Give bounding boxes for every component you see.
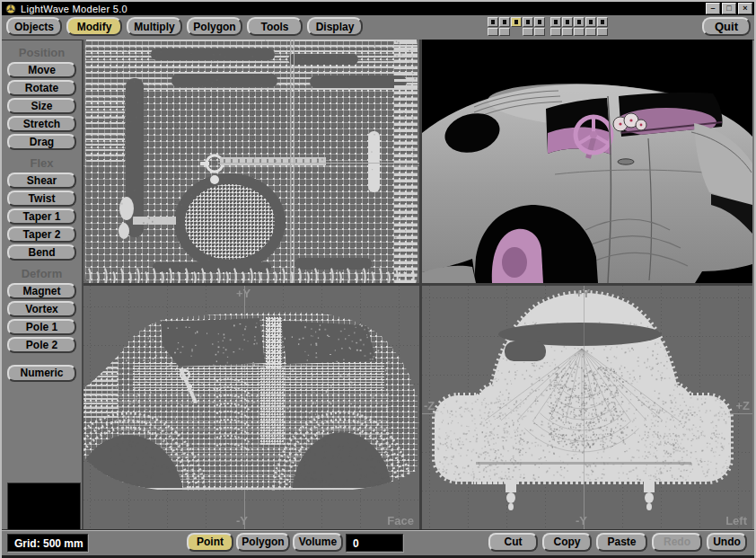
mode-button-polygon[interactable]: Polygon: [236, 533, 290, 552]
quit-button[interactable]: Quit: [702, 17, 751, 36]
app-window: LightWave Modeler 5.0 – □ × ObjectsModif…: [0, 0, 756, 558]
selection-count-field[interactable]: 0: [346, 534, 403, 552]
tool-button-pole-2[interactable]: Pole 2: [7, 337, 76, 353]
object-slot-10-toggle[interactable]: [597, 28, 608, 36]
grid-size-display: Grid: 500 mm: [7, 534, 88, 552]
car-preview-render: [422, 40, 752, 283]
tab-polygon[interactable]: Polygon: [187, 17, 242, 36]
viewport-face-view[interactable]: +Y -Y Face: [84, 286, 419, 530]
tool-button-taper-2[interactable]: Taper 2: [7, 226, 76, 243]
empty-display-box: [7, 483, 81, 530]
tab-multiply[interactable]: Multiply: [127, 17, 182, 36]
action-button-undo[interactable]: Undo: [707, 533, 747, 552]
object-slot-5-toggle[interactable]: [534, 28, 545, 36]
object-slot-10-select[interactable]: [597, 17, 608, 27]
object-slot-7-select[interactable]: [562, 17, 573, 27]
object-slot-7-toggle[interactable]: [562, 28, 573, 36]
object-slot-row-top: [488, 17, 608, 27]
maximize-button[interactable]: □: [722, 3, 736, 14]
object-slot-9-toggle[interactable]: [585, 28, 596, 36]
tool-button-magnet[interactable]: Magnet: [7, 283, 76, 299]
object-slot-4-toggle[interactable]: [523, 28, 533, 36]
mode-button-volume[interactable]: Volume: [293, 533, 343, 552]
titlebar: LightWave Modeler 5.0 – □ ×: [2, 2, 754, 15]
tab-objects[interactable]: Objects: [6, 17, 62, 36]
tool-button-size[interactable]: Size: [7, 98, 76, 114]
tool-button-shear[interactable]: Shear: [7, 173, 76, 189]
action-button-redo: Redo: [652, 533, 702, 552]
minimize-button[interactable]: –: [706, 3, 720, 14]
tool-button-stretch[interactable]: Stretch: [7, 116, 76, 132]
object-slot-3-select[interactable]: [511, 17, 522, 27]
edit-actions-group: CutCopyPasteRedoUndo: [488, 533, 747, 552]
action-button-cut[interactable]: Cut: [488, 533, 538, 552]
viewport-left-canvas[interactable]: [422, 286, 752, 530]
section-header-flex: Flex: [2, 156, 82, 170]
object-slot-row-bottom: [488, 28, 608, 36]
tool-button-drag[interactable]: Drag: [7, 134, 76, 150]
viewport-top-view[interactable]: [84, 40, 419, 283]
object-slot-8-toggle[interactable]: [574, 28, 585, 36]
viewport-left-view[interactable]: +Y -Y -Z +Z Left: [422, 286, 752, 530]
viewport-face-canvas[interactable]: [84, 286, 419, 530]
object-slot-1-toggle[interactable]: [488, 28, 498, 36]
object-slot-2-select[interactable]: [499, 17, 510, 27]
tool-button-bend[interactable]: Bend: [7, 244, 76, 261]
tool-button-rotate[interactable]: Rotate: [7, 80, 76, 96]
seat-shadow: [502, 247, 527, 278]
tab-modify[interactable]: Modify: [66, 17, 122, 36]
object-slot-4-select[interactable]: [523, 17, 533, 27]
section-header-position: Position: [2, 46, 82, 59]
app-icon: [5, 4, 16, 14]
action-button-copy[interactable]: Copy: [542, 533, 592, 552]
section-header-deform: Deform: [2, 267, 82, 280]
close-button[interactable]: ×: [738, 3, 752, 14]
door-handle: [618, 159, 634, 164]
mode-button-point[interactable]: Point: [187, 533, 233, 552]
tab-tools[interactable]: Tools: [247, 17, 303, 36]
tool-button-taper-1[interactable]: Taper 1: [7, 208, 76, 225]
object-slot-bank: [488, 17, 608, 37]
viewport-3d-preview[interactable]: [422, 40, 752, 283]
object-slot-6-select[interactable]: [550, 17, 561, 27]
object-slot-6-toggle[interactable]: [550, 28, 561, 36]
numeric-button[interactable]: Numeric: [7, 365, 76, 382]
object-slot-5-select[interactable]: [534, 17, 545, 27]
viewport-top-canvas[interactable]: [84, 40, 419, 283]
selection-mode-group: PointPolygonVolume: [187, 533, 343, 552]
object-slot-1-select[interactable]: [488, 17, 498, 27]
object-slot-2-toggle[interactable]: [499, 28, 510, 36]
action-button-paste[interactable]: Paste: [596, 533, 647, 552]
tab-display[interactable]: Display: [307, 17, 363, 36]
object-slot-8-select[interactable]: [574, 17, 585, 27]
statusbar: Grid: 500 mm PointPolygonVolume 0 CutCop…: [2, 529, 754, 555]
tool-button-vortex[interactable]: Vortex: [7, 301, 76, 317]
tool-button-pole-1[interactable]: Pole 1: [7, 319, 76, 335]
window-controls: – □ ×: [706, 3, 754, 14]
tool-button-move[interactable]: Move: [7, 62, 76, 78]
tool-button-twist[interactable]: Twist: [7, 190, 76, 207]
object-slot-9-select[interactable]: [585, 17, 596, 27]
viewport-area: +Y -Y Face +Y -Y -Z +Z Left: [84, 40, 752, 530]
menu-tabs: ObjectsModifyMultiplyPolygonToolsDisplay: [6, 17, 363, 36]
window-title: LightWave Modeler 5.0: [21, 4, 127, 14]
sidebar: PositionMoveRotateSizeStretchDragFlexShe…: [2, 40, 82, 530]
tabbar: ObjectsModifyMultiplyPolygonToolsDisplay…: [2, 15, 754, 40]
